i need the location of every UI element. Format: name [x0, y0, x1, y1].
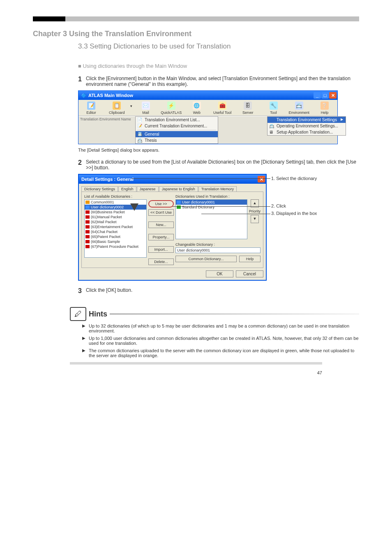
dictionary-icon: [85, 235, 90, 238]
atlas-toolbar: 📝Editor 📋Clipboard ▾ ✉️Mail ⚡QuickATLAS …: [78, 100, 337, 116]
dictionary-icon: [85, 215, 90, 219]
step1-result: The [Detail Settings] dialog box appears…: [78, 148, 359, 152]
list-item: (63)Entertainment Packet: [85, 224, 146, 229]
list-item: (66)Basic Sample: [85, 239, 146, 244]
list-item: (65)Patent Packet: [85, 234, 146, 239]
menu-translation-env: 📄Translation Environment List... 📝Curren…: [135, 116, 218, 144]
dictionary-icon: [85, 245, 90, 248]
dont-use-button[interactable]: << Don't Use: [148, 209, 174, 216]
dictionary-icon: [85, 230, 90, 233]
hints-title: Hints: [89, 310, 107, 319]
bullet-icon: ▶: [82, 323, 85, 333]
subsection-heading: ■ Using dictionaries through the Main Wi…: [78, 63, 359, 69]
middle-buttons: Use >> << Don't Use New... Property... I…: [148, 194, 174, 265]
tab-dictionary-settings[interactable]: Dictionary Settings: [81, 186, 118, 192]
step-1: 1 Click the [Environment] button in the …: [78, 76, 359, 87]
hint-item: ▶Up to 32 dictionaries (of which up to 5…: [82, 323, 359, 333]
tool-help[interactable]: ❔Help: [312, 100, 337, 115]
list-item: (64)Chat Packet: [85, 229, 146, 234]
step-num: 2: [78, 159, 82, 171]
tool-tool[interactable]: 🔧Tool: [261, 100, 286, 115]
menu-item-thesis[interactable]: 📇Thesis: [136, 137, 218, 143]
tool-environment[interactable]: 📇Environment: [286, 100, 312, 115]
dictionary-icon: [85, 210, 90, 214]
ok-button[interactable]: OK: [206, 270, 233, 277]
dictionary-icon: [85, 205, 90, 209]
list-used-dictionaries[interactable]: User dictionary0001 Standard Dictionary: [175, 199, 247, 239]
step-text: Select a dictionary to be used from the …: [86, 159, 359, 171]
callout-3: 3. Displayed in the box: [271, 211, 317, 216]
page-number: 47: [33, 370, 322, 375]
tool-editor[interactable]: 📝Editor: [78, 100, 104, 115]
tabs-row: Dictionary Settings English Japanese Jap…: [81, 186, 263, 192]
priority-down-button[interactable]: ▼: [251, 215, 259, 223]
tool-web[interactable]: 🌐Web: [184, 100, 210, 115]
menu-separator: [137, 130, 216, 130]
minimize-button[interactable]: _: [314, 92, 321, 99]
menu-item-trans-env-settings[interactable]: Translation Environment Settings▶: [267, 117, 346, 123]
import-button[interactable]: Import...: [148, 246, 174, 253]
tab-jp-to-en[interactable]: Japanese to English: [159, 186, 198, 192]
figure-atlas-window: 🔷 ATLAS Main Window _ □ ✕ 📝Editor 📋Clipb…: [78, 90, 359, 144]
callout-line: [131, 178, 270, 179]
bullet-icon: ▶: [82, 348, 85, 358]
menu-item-general[interactable]: 📇General: [136, 131, 218, 137]
toolbar-divider: ▾: [129, 100, 133, 115]
dialog-title: Detail Settings : General: [81, 177, 134, 182]
help-button[interactable]: Help: [239, 256, 261, 262]
dictionary-icon: [85, 220, 90, 224]
dictionary-icon: [85, 240, 90, 243]
step-num: 1: [78, 76, 82, 87]
annotation-arrow-icon: [128, 181, 141, 212]
changeable-field: User dictionary0001: [175, 247, 261, 253]
list-item: Standard Dictionary: [176, 205, 247, 210]
tool-quickatlas[interactable]: ⚡QuickATLAS: [159, 100, 184, 115]
used-label: Dictionaries Used in Translation :: [175, 194, 261, 199]
status-bar: Translation Environment Name 📄Translatio…: [78, 116, 337, 144]
detail-settings-dialog: Detail Settings : General ✕ Dictionary S…: [78, 174, 267, 281]
callout-line: [173, 206, 270, 207]
menu-environment: Translation Environment Settings▶ 📇Opera…: [267, 116, 346, 136]
section-title: 3.3 Setting Dictionaries to be used for …: [78, 42, 359, 51]
step-2: 2 Select a dictionary to be used from th…: [78, 159, 359, 171]
menu-item-setup-app[interactable]: 🖥Setup Application Translation...: [267, 129, 346, 135]
delete-button[interactable]: Delete...: [148, 259, 174, 265]
hint-item: ▶Up to 1,000 user dictionaries and commo…: [82, 336, 359, 346]
property-button[interactable]: Property...: [148, 234, 174, 240]
dictionary-icon: [177, 201, 181, 204]
cancel-button[interactable]: Cancel: [236, 270, 263, 277]
menu-item-current-env[interactable]: 📝Current Translation Environment...: [136, 123, 218, 129]
hints-rule: [110, 314, 359, 314]
menu-item-env-list[interactable]: 📄Translation Environment List...: [136, 117, 218, 123]
dialog-titlebar: Detail Settings : General ✕: [79, 175, 266, 184]
dictionary-icon: [85, 225, 90, 229]
tool-useful[interactable]: 🧰Useful Tool: [210, 100, 235, 115]
tab-translation-memory[interactable]: Translation Memory: [198, 186, 237, 192]
hint-item: ▶The common dictionaries uploaded to the…: [82, 348, 359, 358]
tool-clipboard[interactable]: 📋Clipboard: [104, 100, 129, 115]
common-dictionary-button[interactable]: Common Dictionary...: [175, 256, 237, 262]
figure-dialog: Detail Settings : General ✕ Dictionary S…: [78, 174, 359, 281]
close-button[interactable]: ✕: [329, 92, 337, 99]
dialog-close-button[interactable]: ✕: [258, 176, 265, 182]
menu-item-operating-env[interactable]: 📇Operating Environment Settings...: [267, 123, 346, 129]
hints-icon: 🖊: [70, 307, 86, 321]
list-item: (67)Patent Procedure Packet: [85, 244, 146, 249]
dictionary-icon: [85, 201, 90, 204]
maximize-button[interactable]: □: [321, 92, 329, 99]
callout-2: 2. Click: [271, 203, 286, 208]
list-item: User dictionary0001: [176, 200, 247, 205]
callout-1: 1. Select the dictionary: [271, 176, 317, 181]
app-icon: 🔷: [81, 93, 87, 98]
tool-server[interactable]: 🗄Server: [235, 100, 261, 115]
atlas-main-window: 🔷 ATLAS Main Window _ □ ✕ 📝Editor 📋Clipb…: [78, 90, 338, 144]
new-button[interactable]: New...: [148, 222, 174, 228]
callout-line: [201, 214, 270, 214]
step-3: 3 Click the [OK] button.: [78, 287, 359, 295]
window-title: ATLAS Main Window: [88, 93, 133, 98]
bullet-icon: ▶: [82, 336, 85, 346]
step-num: 3: [78, 287, 82, 295]
use-button[interactable]: Use >>: [148, 200, 174, 208]
tool-mail[interactable]: ✉️Mail: [133, 100, 158, 115]
list-item: (61)Manual Packet: [85, 215, 146, 219]
